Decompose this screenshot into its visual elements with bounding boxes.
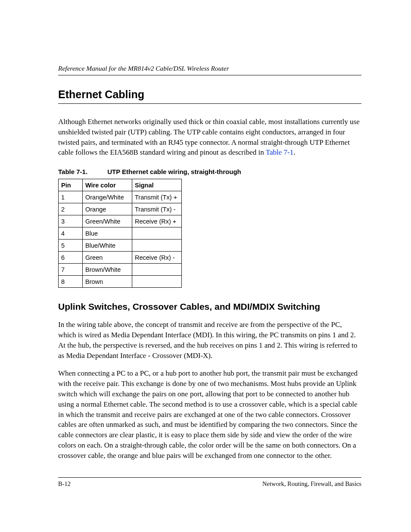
cell-signal: Receive (Rx) + xyxy=(132,215,182,227)
table-header-row: Pin Wire color Signal xyxy=(59,179,182,191)
cell-color: Brown/White xyxy=(83,264,132,276)
intro-text-post: . xyxy=(293,148,295,156)
page: Reference Manual for the MR814v2 Cable/D… xyxy=(0,0,411,522)
subsection-title: Uplink Switches, Crossover Cables, and M… xyxy=(58,302,361,312)
section-title: Ethernet Cabling xyxy=(58,88,361,104)
cell-signal xyxy=(132,276,182,288)
table-caption: Table 7-1. UTP Ethernet cable wiring, st… xyxy=(58,168,361,175)
cell-signal xyxy=(132,264,182,276)
cell-pin: 6 xyxy=(59,252,83,264)
wiring-table: Pin Wire color Signal 1 Orange/White Tra… xyxy=(58,179,182,288)
table-row: 1 Orange/White Transmit (Tx) + xyxy=(59,191,182,203)
table-row: 6 Green Receive (Rx) - xyxy=(59,252,182,264)
cell-color: Orange xyxy=(83,203,132,215)
running-header: Reference Manual for the MR814v2 Cable/D… xyxy=(58,65,361,75)
subsection-paragraph-1: In the wiring table above, the concept o… xyxy=(58,320,361,361)
cell-signal: Receive (Rx) - xyxy=(132,252,182,264)
table-row: 2 Orange Transmit (Tx) - xyxy=(59,203,182,215)
cell-color: Green/White xyxy=(83,215,132,227)
table-reference-link[interactable]: Table 7-1 xyxy=(266,148,293,156)
intro-text-pre: Although Ethernet networks originally us… xyxy=(58,118,360,156)
table-row: 8 Brown xyxy=(59,276,182,288)
cell-pin: 7 xyxy=(59,264,83,276)
col-header-signal: Signal xyxy=(132,179,182,191)
cell-pin: 8 xyxy=(59,276,83,288)
cell-signal: Transmit (Tx) + xyxy=(132,191,182,203)
cell-color: Blue/White xyxy=(83,240,132,252)
cell-pin: 4 xyxy=(59,227,83,240)
cell-color: Green xyxy=(83,252,132,264)
subsection-paragraph-2: When connecting a PC to a PC, or a hub p… xyxy=(58,368,361,460)
intro-paragraph: Although Ethernet networks originally us… xyxy=(58,117,361,158)
cell-color: Orange/White xyxy=(83,191,132,203)
cell-pin: 2 xyxy=(59,203,83,215)
footer-section-label: Network, Routing, Firewall, and Basics xyxy=(262,480,361,488)
cell-pin: 3 xyxy=(59,215,83,227)
col-header-color: Wire color xyxy=(83,179,132,191)
page-footer: B-12 Network, Routing, Firewall, and Bas… xyxy=(58,477,361,488)
table-caption-number: Table 7-1. xyxy=(58,168,106,175)
table-row: 7 Brown/White xyxy=(59,264,182,276)
table-row: 5 Blue/White xyxy=(59,240,182,252)
cell-color: Blue xyxy=(83,227,132,240)
cell-signal xyxy=(132,240,182,252)
col-header-pin: Pin xyxy=(59,179,83,191)
table-caption-title: UTP Ethernet cable wiring, straight-thro… xyxy=(107,168,241,175)
cell-color: Brown xyxy=(83,276,132,288)
cell-signal xyxy=(132,227,182,240)
table-row: 4 Blue xyxy=(59,227,182,240)
cell-signal: Transmit (Tx) - xyxy=(132,203,182,215)
cell-pin: 1 xyxy=(59,191,83,203)
footer-page-number: B-12 xyxy=(58,480,71,488)
cell-pin: 5 xyxy=(59,240,83,252)
table-row: 3 Green/White Receive (Rx) + xyxy=(59,215,182,227)
